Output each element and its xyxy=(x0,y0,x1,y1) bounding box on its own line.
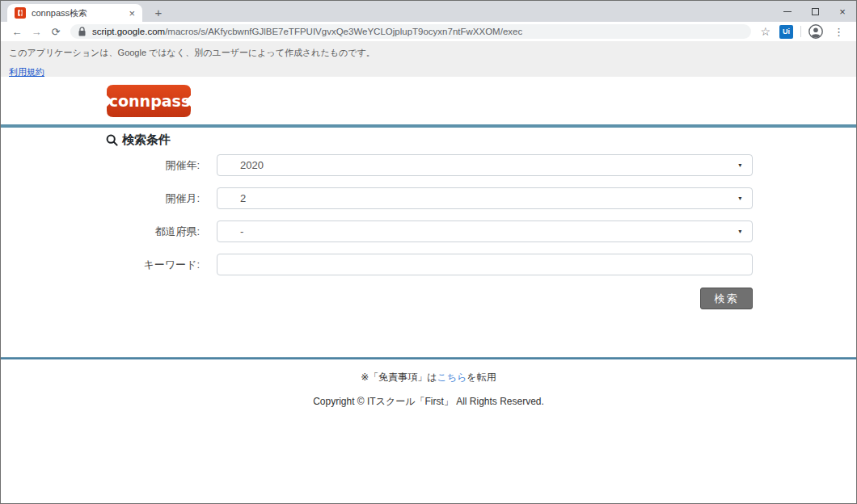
disclaimer-link[interactable]: こちら xyxy=(437,372,467,383)
tab-title: connpass検索 xyxy=(32,7,129,19)
page-footer: ※「免責事項」はこちらを転用 Copyright © ITスクール「First」… xyxy=(1,359,856,409)
maximize-icon xyxy=(812,8,819,15)
forward-icon[interactable]: → xyxy=(27,26,46,38)
button-row: 検索 xyxy=(106,288,753,309)
form-row-prefecture: 都道府県: - ▼ xyxy=(106,220,753,242)
search-icon xyxy=(106,134,118,146)
month-select[interactable]: 2 ▼ xyxy=(217,187,753,209)
close-button[interactable]: × xyxy=(829,1,856,22)
window-controls: × xyxy=(774,1,856,22)
prefecture-select[interactable]: - ▼ xyxy=(217,220,753,242)
prefecture-label: 都道府県: xyxy=(106,225,200,239)
disclaimer-suffix: を転用 xyxy=(466,372,496,383)
form-row-keyword: キーワード: xyxy=(106,254,753,275)
logo-text: connpass xyxy=(109,92,190,110)
browser-window: connpass検索 × + × ← → ⟳ script.google.com… xyxy=(0,0,857,504)
url-domain: script.google.com xyxy=(92,27,165,36)
search-form-section: 検索条件 開催年: 2020 ▼ 開催月: 2 ▼ 都道府県: - xyxy=(1,128,856,357)
form-row-year: 開催年: 2020 ▼ xyxy=(106,154,753,176)
disclaimer-line: ※「免責事項」はこちらを転用 xyxy=(1,371,856,384)
prefecture-select-value: - xyxy=(240,225,243,237)
maximize-button[interactable] xyxy=(801,1,829,22)
year-label: 開催年: xyxy=(106,158,200,173)
profile-icon[interactable] xyxy=(808,24,823,39)
warning-message: このアプリケーションは、Google ではなく、別のユーザーによって作成されたも… xyxy=(9,47,848,59)
tab-strip: connpass検索 × + × xyxy=(1,1,856,22)
tab-close-icon[interactable]: × xyxy=(129,8,135,19)
connpass-logo: connpass xyxy=(107,85,191,117)
chevron-down-icon: ▼ xyxy=(737,195,743,201)
copyright-text: Copyright © ITスクール「First」 All Rights Res… xyxy=(1,395,856,409)
minimize-icon xyxy=(783,11,792,12)
form-heading: 検索条件 xyxy=(106,132,753,148)
year-select[interactable]: 2020 ▼ xyxy=(217,154,753,176)
chevron-down-icon: ▼ xyxy=(737,162,743,168)
year-select-value: 2020 xyxy=(240,159,264,171)
terms-of-service-link[interactable]: 利用規約 xyxy=(9,66,44,78)
keyword-label: キーワード: xyxy=(106,258,200,272)
browser-toolbar: ← → ⟳ script.google.com/macros/s/AKfycbw… xyxy=(1,22,856,41)
search-button[interactable]: 検索 xyxy=(700,288,753,309)
new-tab-button[interactable]: + xyxy=(151,5,166,19)
connpass-favicon xyxy=(15,7,26,19)
url-path: /macros/s/AKfycbwnfGJlBE7eTFPUIVgvxQe3We… xyxy=(165,27,522,36)
minimize-button[interactable] xyxy=(774,1,801,22)
chevron-down-icon: ▼ xyxy=(737,229,743,234)
address-bar[interactable]: script.google.com/macros/s/AKfycbwnfGJlB… xyxy=(70,24,751,39)
month-label: 開催月: xyxy=(106,191,200,206)
reload-icon[interactable]: ⟳ xyxy=(46,26,65,38)
form-heading-label: 検索条件 xyxy=(122,132,171,148)
ui-extension-icon[interactable]: Ui xyxy=(779,25,793,39)
apps-script-warning-banner: このアプリケーションは、Google ではなく、別のユーザーによって作成されたも… xyxy=(1,41,856,77)
keyword-input[interactable] xyxy=(217,254,753,275)
month-select-value: 2 xyxy=(240,192,246,204)
lock-icon xyxy=(78,27,86,36)
disclaimer-prefix: ※「免責事項」は xyxy=(361,372,437,383)
form-row-month: 開催月: 2 ▼ xyxy=(106,187,753,209)
toolbar-separator xyxy=(800,26,801,37)
browser-tab[interactable]: connpass検索 × xyxy=(7,4,142,22)
bookmark-star-icon[interactable]: ☆ xyxy=(760,25,770,38)
back-icon[interactable]: ← xyxy=(7,26,27,38)
menu-icon[interactable]: ⋮ xyxy=(834,26,844,38)
logo-section: connpass xyxy=(1,77,856,124)
url-text: script.google.com/macros/s/AKfycbwnfGJlB… xyxy=(92,27,522,36)
